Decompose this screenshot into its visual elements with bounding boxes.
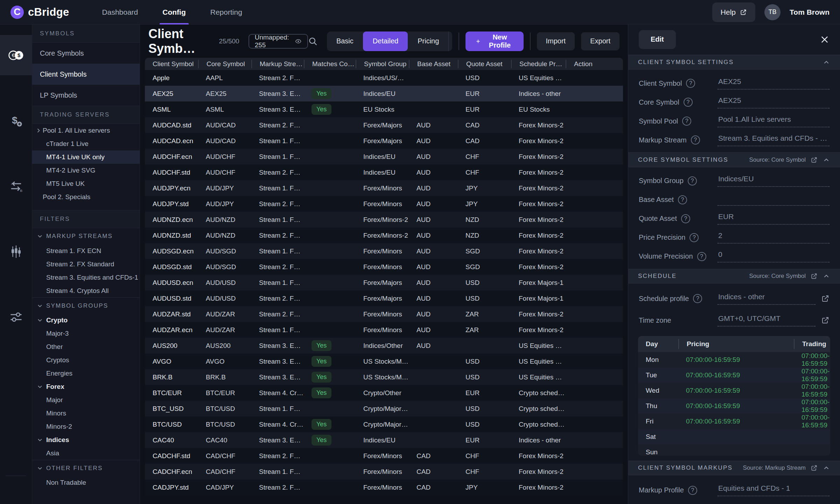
column-header[interactable]: Base Asset bbox=[409, 60, 458, 68]
chevron-down-icon[interactable] bbox=[36, 302, 43, 309]
field-value[interactable]: Indices - other bbox=[718, 293, 816, 305]
table-row[interactable]: AUDJPY.std AUD/JPY Stream 2. FX St… Fore… bbox=[145, 196, 623, 212]
field-value[interactable]: 0 bbox=[718, 250, 830, 262]
trading-server-item[interactable]: Pool 1. All Live servers bbox=[32, 124, 140, 137]
column-header[interactable]: Quote Asset bbox=[458, 60, 511, 68]
unmapped-chip[interactable]: Unmapped: 255 bbox=[248, 34, 308, 49]
column-header[interactable]: Action bbox=[566, 60, 623, 68]
filter-item[interactable]: Stream 3. Equities and CFDs-1 bbox=[32, 271, 140, 284]
chevron-right-icon[interactable] bbox=[35, 127, 42, 134]
rail-item-symbols[interactable] bbox=[0, 35, 32, 75]
trading-server-item[interactable]: Pool 2. Specials bbox=[32, 190, 140, 204]
filter-item[interactable]: Major bbox=[32, 393, 140, 407]
filter-item[interactable]: Major-3 bbox=[32, 327, 140, 340]
table-row[interactable]: BTC/EUR BTC/EUR Stream 4. Crypt… Yes Cry… bbox=[145, 385, 623, 401]
chevron-up-icon[interactable] bbox=[822, 272, 830, 280]
chevron-down-icon[interactable] bbox=[36, 233, 43, 240]
sidebar-item[interactable]: LP Symbols bbox=[32, 85, 140, 106]
filter-item[interactable]: Stream 4. Cryptos All bbox=[32, 284, 140, 298]
table-row[interactable]: CAC40 CAC40 Stream 3. Equiti… Yes Indice… bbox=[145, 432, 623, 448]
top-nav-item[interactable]: Dashboard bbox=[101, 0, 140, 24]
filter-item[interactable]: SYMBOL GROUPS bbox=[32, 298, 140, 314]
edit-button[interactable]: Edit bbox=[639, 30, 676, 49]
open-link-icon[interactable] bbox=[821, 316, 830, 324]
table-row[interactable]: AUDUSD.ecn AUD/USD Stream 1. FX ECN Fore… bbox=[145, 275, 623, 290]
filter-item[interactable]: Energies bbox=[32, 367, 140, 380]
table-row[interactable]: AUDZAR.ecn AUD/ZAR Stream 1. FX ECN Fore… bbox=[145, 322, 623, 338]
rail-item-filters[interactable] bbox=[0, 297, 32, 337]
view-tab[interactable]: Pricing bbox=[408, 31, 448, 51]
table-row[interactable]: AUDNZD.ecn AUD/NZD Stream 1. FX ECN Fore… bbox=[145, 212, 623, 227]
table-row[interactable]: AUDCHF.std AUD/CHF Stream 2. FX St… Indi… bbox=[145, 164, 623, 180]
open-link-icon[interactable] bbox=[821, 294, 830, 303]
filter-item[interactable]: Asia bbox=[32, 447, 140, 460]
help-icon[interactable]: ? bbox=[688, 176, 697, 186]
chevron-down-icon[interactable] bbox=[36, 465, 43, 472]
chevron-down-icon[interactable] bbox=[36, 436, 43, 443]
field-value[interactable]: 2 bbox=[718, 231, 830, 244]
table-row[interactable]: AUDUSD.std AUD/USD Stream 2. FX St… Fore… bbox=[145, 290, 623, 306]
chevron-down-icon[interactable] bbox=[36, 383, 43, 390]
table-row[interactable]: CADCHF.std CAD/CHF Stream 2. FX St… Fore… bbox=[145, 448, 623, 464]
table-row[interactable]: AUDSGD.ecn AUD/SGD Stream 1. FX ECN Fore… bbox=[145, 243, 623, 259]
table-row[interactable]: AVGO AVGO Stream 3. Equiti… Yes US Stock… bbox=[145, 354, 623, 369]
field-value[interactable]: EUR bbox=[718, 212, 830, 225]
filter-item[interactable]: Crypto bbox=[32, 314, 140, 327]
filter-item[interactable]: OTHER FILTERS bbox=[32, 460, 140, 476]
column-header[interactable]: Symbol Group bbox=[356, 60, 409, 68]
field-value[interactable]: AEX25 bbox=[718, 77, 830, 90]
column-header[interactable]: Client Symbol bbox=[145, 60, 198, 68]
table-row[interactable]: AUDCAD.std AUD/CAD Stream 2. FX St… Fore… bbox=[145, 117, 623, 133]
trading-server-item[interactable]: cTrader 1 Live bbox=[32, 137, 140, 150]
table-row[interactable]: CADCHF.ecn CAD/CHF Stream 1. FX ECN Fore… bbox=[145, 464, 623, 479]
help-icon[interactable]: ? bbox=[681, 214, 690, 223]
trading-server-item[interactable]: MT5 Live UK bbox=[32, 177, 140, 190]
view-tab[interactable]: Detailed bbox=[363, 31, 408, 51]
chevron-down-icon[interactable] bbox=[36, 317, 43, 324]
filter-item[interactable]: Non Tradable bbox=[32, 476, 140, 489]
filter-item[interactable]: Stream 1. FX ECN bbox=[32, 244, 140, 258]
view-tab[interactable]: Routing bbox=[448, 31, 452, 51]
help-icon[interactable]: ? bbox=[697, 252, 706, 261]
table-row[interactable]: BTC_USD BTC/USD Stream 1. FX ECN Crypto/… bbox=[145, 401, 623, 416]
table-row[interactable]: AUDSGD.std AUD/SGD Stream 2. FX St… Fore… bbox=[145, 259, 623, 275]
field-value[interactable]: Equities and CFDs - 1 bbox=[718, 484, 830, 496]
filter-item[interactable]: Other bbox=[32, 340, 140, 354]
trading-server-item[interactable]: MT4-1 Live UK only bbox=[32, 150, 140, 164]
rail-item-mapping[interactable] bbox=[0, 166, 32, 206]
table-row[interactable]: AUDCHF.ecn AUD/CHF Stream 1. FX ECN Indi… bbox=[145, 149, 623, 164]
search-button[interactable] bbox=[308, 36, 318, 46]
field-value[interactable]: Pool 1.All Live servers bbox=[718, 115, 830, 127]
table-row[interactable]: AUDCAD.ecn AUD/CAD Stream 1. FX ECN Fore… bbox=[145, 133, 623, 149]
section-client-symbol-settings[interactable]: CLIENT SYMBOL SETTINGS bbox=[628, 55, 840, 70]
top-nav-item[interactable]: Reporting bbox=[209, 0, 244, 24]
help-icon[interactable]: ? bbox=[682, 117, 691, 126]
field-value[interactable]: GMT+0, UTC/GMT bbox=[718, 314, 816, 327]
sidebar-item[interactable]: Core Symbols bbox=[32, 43, 140, 64]
chevron-up-icon[interactable] bbox=[822, 464, 830, 472]
help-button[interactable]: Help bbox=[712, 2, 755, 22]
help-icon[interactable]: ? bbox=[688, 486, 697, 495]
section-core-symbol-settings[interactable]: CORE SYMBOL SETTINGS Source: Core Symbol bbox=[628, 152, 840, 167]
help-icon[interactable]: ? bbox=[690, 233, 699, 242]
field-value[interactable]: Indices/EU bbox=[718, 175, 830, 187]
table-row[interactable]: AUS200 AUS200 Stream 3. Equiti… Yes Indi… bbox=[145, 338, 623, 354]
close-panel-button[interactable] bbox=[820, 35, 830, 44]
help-icon[interactable]: ? bbox=[684, 98, 693, 107]
filter-item[interactable]: Indices bbox=[32, 433, 140, 447]
table-row[interactable]: ASML ASML Stream 3. Equiti… Yes EU Stock… bbox=[145, 102, 623, 117]
field-value[interactable]: AEX25 bbox=[718, 96, 830, 108]
import-button[interactable]: Import bbox=[537, 32, 575, 50]
top-nav-item[interactable]: Config bbox=[161, 0, 187, 24]
table-row[interactable]: AUDNZD.std AUD/NZD Stream 2. FX St… Fore… bbox=[145, 227, 623, 243]
external-link-icon[interactable] bbox=[811, 464, 818, 471]
filter-item[interactable]: MARKUP STREAMS bbox=[32, 228, 140, 244]
field-value[interactable] bbox=[718, 194, 830, 206]
section-client-symbol-markups[interactable]: CLIENT SYMBOL MARKUPS Source: Markup Str… bbox=[628, 461, 840, 475]
filter-item[interactable]: Minors bbox=[32, 407, 140, 420]
chevron-up-icon[interactable] bbox=[822, 58, 830, 66]
sidebar-item[interactable]: Client Symbols bbox=[32, 64, 140, 85]
table-row[interactable]: BRK.B BRK.B Stream 3. Equiti… Yes US Sto… bbox=[145, 369, 623, 385]
new-profile-button[interactable]: New Profile bbox=[465, 31, 524, 51]
view-tab[interactable]: Basic bbox=[327, 31, 363, 51]
